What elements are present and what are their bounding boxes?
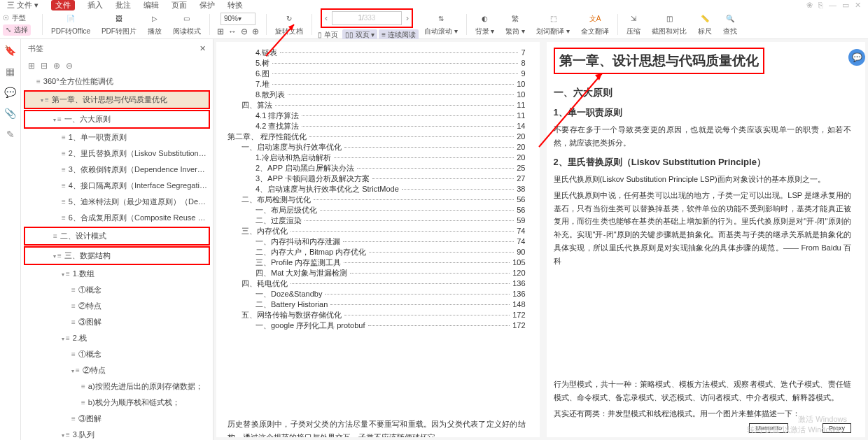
toc-line: 三、Profile 内存监测工具105	[227, 257, 526, 268]
toc-line: 8.散列表10	[227, 90, 526, 100]
del-bm-icon[interactable]: ⊖	[66, 61, 73, 71]
section-h2: 一、六大原则	[554, 87, 852, 99]
next-page[interactable]: ›	[406, 13, 409, 23]
zoom-fit-icon[interactable]: ⊞	[217, 27, 224, 36]
add-bm-icon[interactable]: ⊕	[53, 61, 60, 71]
bookmark-item[interactable]: 1、单一职责原则	[21, 129, 213, 146]
toc-line: 二、布局检测与优化56	[227, 194, 526, 205]
expand-icon[interactable]: ⊞	[28, 61, 35, 71]
collapse-icon[interactable]: ⊟	[41, 61, 48, 71]
toc-line: 2、APP 启动黑白屏解决办法25	[227, 163, 526, 173]
tab-file[interactable]: 三 文件 ▾	[7, 0, 38, 10]
tab-edit[interactable]: 编辑	[144, 0, 159, 10]
bookmark-item[interactable]: ③图解	[21, 411, 213, 427]
bm-root[interactable]: 360°全方位性能调优	[21, 73, 213, 90]
wc-2[interactable]: ⎘	[818, 1, 823, 10]
toc-line: 一、google 序列化工具 protobuf172	[227, 320, 526, 331]
hand-tool[interactable]: ☉ 手型	[3, 13, 31, 23]
bookmark-item[interactable]: 二、设计模式	[25, 228, 209, 244]
find[interactable]: 🔍查找	[723, 13, 737, 36]
page-input[interactable]: 1/333	[332, 11, 402, 25]
ruler[interactable]: 📏标尺	[698, 13, 712, 36]
bookmark-item[interactable]: ③图解	[21, 314, 213, 330]
background[interactable]: ◐背景 ▾	[475, 13, 495, 36]
zoom-in-icon[interactable]: ⊕	[252, 27, 259, 36]
toc-line: 五、网络传输与数据存储优化172	[227, 310, 526, 320]
comment-icon[interactable]: 💬	[4, 87, 16, 98]
toc-line: 一、启动速度与执行效率优化20	[227, 142, 526, 152]
zoom-width-icon[interactable]: ↔	[228, 27, 237, 36]
left-rail: 🔖 ▦ 💬 📎 ✎	[0, 39, 21, 440]
play-button[interactable]: ▷播放	[148, 13, 162, 36]
toc-line: 二、内存大户，Bitmap 内存优化90	[227, 247, 526, 257]
bookmark-item[interactable]: 5、迪米特法则（最少知道原则）（Demeter Principle）	[21, 194, 213, 210]
bookmark-item[interactable]: ②特点	[21, 298, 213, 314]
toc-line: 3、APP 卡顿问题分析及解决方案27	[227, 173, 526, 184]
bookmark-item[interactable]: 一、六大原则	[25, 111, 209, 127]
section2-h: 2、里氏替换原则（Liskov Substitution Principle）	[554, 156, 852, 169]
wc-close[interactable]: ✕	[855, 1, 861, 10]
bookmark-sidebar: 书签 ✕ ⊞ ⊟ ⊕ ⊖ 360°全方位性能调优 第一章、设计思想与代码质量优化…	[21, 39, 214, 440]
bookmark-item[interactable]: 3、依赖倒转原则（Dependence Inversion Principle）	[21, 162, 213, 178]
toc-line: 一、Doze&Standby136	[227, 289, 526, 299]
toc-line: 1.冷启动和热启动解析20	[227, 152, 526, 163]
compress[interactable]: ⇲压缩	[626, 13, 640, 36]
bookmark-item[interactable]: 4、接口隔离原则（Interface Segregation Principle…	[21, 178, 213, 194]
pdf-to-office[interactable]: 📄PDF转Office	[51, 13, 90, 36]
crop-compare[interactable]: ◫截图和对比	[652, 13, 687, 36]
bookmark-item[interactable]: 6、合成复用原则（Composite Reuse Principle）	[21, 210, 213, 226]
bookmark-item[interactable]: 2、里氏替换原则（Liskov Substitution Principle）	[21, 146, 213, 162]
tab-convert[interactable]: 转换	[227, 0, 243, 10]
bookmark-item[interactable]: 三、数据结构	[25, 248, 209, 264]
trad-simp[interactable]: 繁繁简 ▾	[505, 13, 525, 36]
bookmark-icon[interactable]: 🔖	[4, 45, 16, 56]
toc-line: 第二章、 程序性能优化20	[227, 132, 526, 142]
tab-annot[interactable]: 批注	[115, 0, 131, 10]
sign-icon[interactable]: ✎	[6, 129, 15, 140]
zoom-input[interactable]: 90% ▾	[220, 13, 255, 25]
bookmark-item[interactable]: 3.队列	[21, 427, 213, 440]
section1-h: 1、单一职责原则	[554, 106, 852, 119]
bookmark-item[interactable]: b)栈分为顺序栈和链式栈；	[21, 395, 213, 411]
page-navigator: ‹ 1/333 ›	[321, 8, 413, 28]
toc-line: 4.链表7	[227, 48, 526, 58]
read-mode[interactable]: ▭阅读模式	[173, 13, 201, 36]
menu-tabs: 三 文件 ▾ 文件 插入 批注 编辑 页面 保护 转换 ❀ ⎘ — ▭ ✕	[0, 0, 868, 10]
bookmark-item[interactable]: 2.栈	[21, 330, 213, 346]
attach-icon[interactable]: 📎	[4, 108, 16, 119]
select-tool[interactable]: ⤡ 选择	[3, 24, 31, 36]
toc-line: 二、Battery Historian148	[227, 299, 526, 310]
bookmark-item[interactable]: 1.数组	[21, 266, 213, 282]
bookmark-item[interactable]: 第一章、设计思想与代码质量优化	[25, 92, 209, 108]
bookmark-item[interactable]: ①概念	[21, 346, 213, 362]
page-viewport[interactable]: 4.链表75.树86.图97.堆108.散列表10四、算法114.1 排序算法1…	[214, 39, 868, 440]
toc-line: 4.2 查找算法14	[227, 121, 526, 132]
wc-max[interactable]: ▭	[842, 1, 849, 10]
rotate[interactable]: ↻旋转文档	[275, 13, 303, 36]
h1-highlight: 第一章、设计思想与代码质量优化	[554, 48, 764, 74]
dict-translate[interactable]: ⬚划词翻译 ▾	[536, 13, 570, 36]
tab-start[interactable]: 文件	[51, 0, 75, 10]
zoom-out-icon[interactable]: ⊖	[241, 27, 248, 36]
prev-page[interactable]: ‹	[325, 13, 328, 23]
wc-min[interactable]: —	[829, 1, 836, 10]
toc-line: 三、内存优化74	[227, 226, 526, 236]
close-sidebar[interactable]: ✕	[200, 44, 206, 53]
pdf-to-image[interactable]: 🖼PDF转图片	[102, 13, 136, 36]
chat-bubble-icon[interactable]: 💬	[848, 49, 865, 66]
tab-insert[interactable]: 插入	[88, 0, 103, 10]
toc-line: 四、耗电优化136	[227, 278, 526, 289]
page-left: 4.链表75.树86.图97.堆108.散列表10四、算法114.1 排序算法1…	[216, 42, 540, 437]
watermark: 激活 Windows 转到"设置"以激活 Windows。	[747, 414, 848, 434]
tab-page[interactable]: 页面	[172, 0, 187, 10]
wc-1[interactable]: ❀	[806, 1, 813, 10]
auto-scroll[interactable]: ⇅自动滚动 ▾	[424, 13, 458, 36]
bookmark-item[interactable]: ①概念	[21, 282, 213, 298]
tab-protect[interactable]: 保护	[200, 0, 215, 10]
thumbnail-icon[interactable]: ▦	[6, 66, 15, 77]
full-translate[interactable]: 文A全文翻译	[581, 13, 609, 36]
toc-line: 4、启动速度与执行效率优化之 StrictMode38	[227, 184, 526, 194]
bookmark-item[interactable]: a)按照先进后出的原则存储数据；	[21, 378, 213, 395]
section1-p: 不要存在多于一个导致类变更的原因，也就是说每个类应该实现单一的职责，如若不然，就…	[554, 123, 852, 149]
bookmark-item[interactable]: ②特点	[21, 362, 213, 378]
